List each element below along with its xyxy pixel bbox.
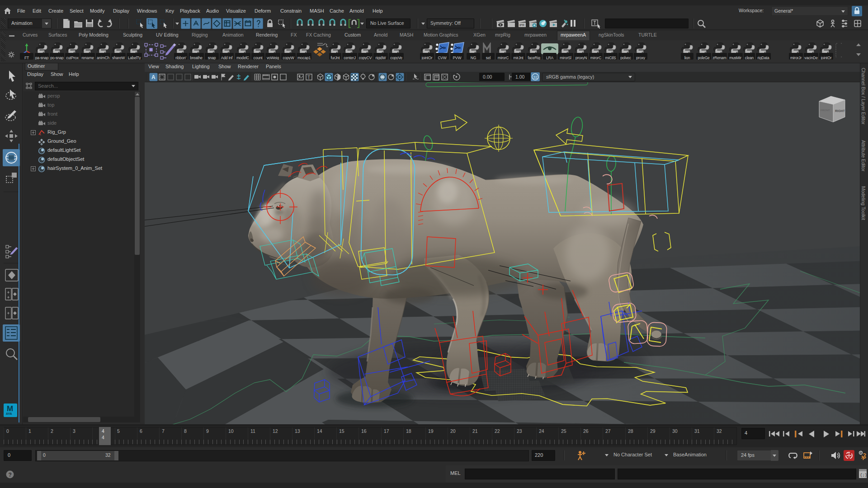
svg-text:{;}: {;} xyxy=(860,473,867,478)
svg-text:A: A xyxy=(151,74,156,80)
svg-text:FRONT: FRONT xyxy=(821,109,830,112)
svg-text:32: 32 xyxy=(533,75,538,80)
svg-text:IPR: IPR xyxy=(519,23,524,27)
svg-text:?: ? xyxy=(9,472,12,478)
svg-text:T: T xyxy=(307,75,310,80)
svg-text:RIGHT: RIGHT xyxy=(835,109,845,113)
